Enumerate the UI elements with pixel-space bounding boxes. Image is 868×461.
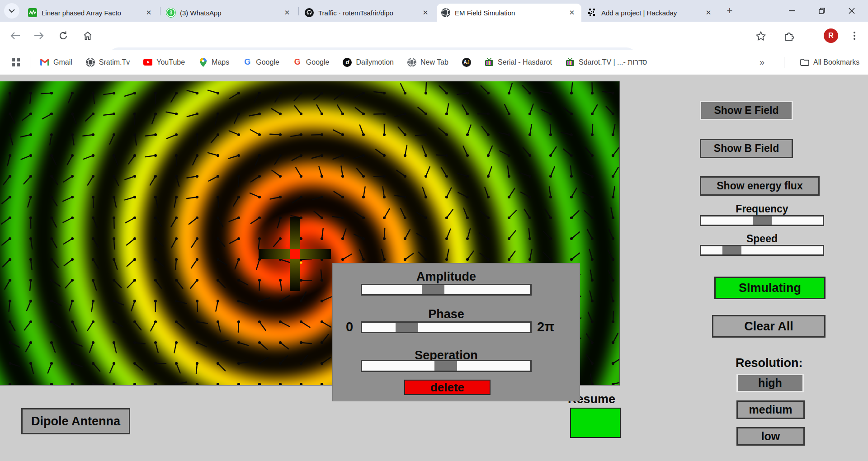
amplitude-label: Amplitude bbox=[361, 270, 532, 284]
globe-icon bbox=[407, 58, 416, 67]
resolution-low-button[interactable]: low bbox=[736, 427, 805, 446]
phase-min-label: 0 bbox=[342, 320, 357, 334]
amplitude-slider-thumb[interactable] bbox=[422, 285, 444, 294]
speed-label: Speed bbox=[700, 233, 824, 245]
bookmark-google-1[interactable]: G Google bbox=[239, 56, 283, 69]
frequency-slider-thumb[interactable] bbox=[753, 216, 772, 225]
bookmark-label: Google bbox=[306, 58, 330, 66]
window-minimize-button[interactable] bbox=[779, 0, 805, 22]
globe-favicon-icon bbox=[441, 8, 450, 17]
toolbar-divider bbox=[804, 30, 804, 41]
show-energy-flux-button[interactable]: Show energy flux bbox=[700, 176, 820, 196]
dipole-antenna-button[interactable]: Dipole Antenna bbox=[21, 408, 130, 434]
github-favicon-icon bbox=[305, 8, 314, 17]
button-label: high bbox=[758, 376, 782, 390]
tab-title: Traffic · rotemTsafrir/dipo bbox=[318, 9, 417, 17]
tab-em-field-simulation-active[interactable]: EM Field Simulation ✕ bbox=[437, 4, 581, 22]
separation-slider-thumb[interactable] bbox=[434, 361, 457, 371]
phase-max-label: 2π bbox=[537, 320, 564, 334]
extensions-icon[interactable] bbox=[779, 26, 799, 46]
maps-pin-icon bbox=[198, 58, 208, 67]
tab-search-button[interactable] bbox=[4, 3, 19, 19]
back-button[interactable] bbox=[5, 26, 25, 46]
tv-icon bbox=[566, 58, 575, 67]
phase-slider[interactable] bbox=[361, 321, 532, 333]
avatar[interactable]: R bbox=[824, 28, 838, 43]
button-label: SImulating bbox=[739, 281, 801, 295]
overflow-chevrons: » bbox=[760, 57, 764, 67]
phase-label: Phase bbox=[361, 307, 532, 321]
phase-slider-thumb[interactable] bbox=[396, 323, 418, 332]
antenna-settings-panel: Amplitude Phase 0 2π Seperation delete bbox=[332, 263, 580, 401]
google-g-icon: G bbox=[243, 58, 252, 67]
tab-close-icon[interactable]: ✕ bbox=[703, 8, 713, 18]
resolution-label: Resolution: bbox=[736, 356, 817, 370]
frequency-label: Frequency bbox=[700, 203, 824, 215]
whatsapp-favicon-icon: 3 bbox=[166, 8, 175, 17]
bookmark-sdarot-tv[interactable]: Sdarot.TV | ...- סדרות bbox=[562, 56, 651, 69]
window-restore-button[interactable] bbox=[809, 0, 835, 22]
folder-icon bbox=[800, 58, 809, 67]
button-label: low bbox=[761, 430, 780, 443]
show-b-field-button[interactable]: Show B Field bbox=[700, 139, 793, 158]
bookmark-maps[interactable]: Maps bbox=[195, 56, 233, 69]
bookmark-youtube[interactable]: YouTube bbox=[140, 56, 189, 69]
profile-button[interactable]: R bbox=[821, 26, 841, 46]
tab-github-traffic[interactable]: Traffic · rotemTsafrir/dipo ✕ bbox=[300, 4, 435, 22]
button-label: Show energy flux bbox=[717, 180, 802, 192]
bookmark-label: Google bbox=[256, 58, 279, 66]
button-label: Dipole Antenna bbox=[31, 414, 120, 428]
all-bookmarks-button[interactable]: All Bookmarks bbox=[797, 56, 863, 69]
bookmark-star-button[interactable] bbox=[751, 26, 771, 46]
bookmark-label: Maps bbox=[212, 58, 229, 66]
clear-all-button[interactable]: Clear All bbox=[712, 315, 826, 338]
bookmark-label: Dailymotion bbox=[356, 58, 394, 66]
tab-linear-phased-array[interactable]: Linear phased Array Facto ✕ bbox=[24, 4, 158, 22]
delete-antenna-button[interactable]: delete bbox=[404, 380, 491, 395]
tab-hackaday[interactable]: Add a project | Hackaday ✕ bbox=[583, 4, 718, 22]
new-tab-button[interactable]: + bbox=[723, 5, 736, 17]
tab-title: (3) WhatsApp bbox=[180, 9, 278, 17]
button-label: Clear All bbox=[744, 320, 793, 334]
bookmark-gmail[interactable]: Gmail bbox=[37, 56, 76, 69]
button-label: medium bbox=[749, 403, 793, 416]
bookmark-serial-hasdarot[interactable]: Serial - Hasdarot bbox=[481, 56, 556, 69]
bookmark-google-2[interactable]: G Google bbox=[289, 56, 333, 69]
bookmark-dailymotion[interactable]: d Dailymotion bbox=[339, 56, 397, 69]
simulating-button[interactable]: SImulating bbox=[714, 277, 826, 299]
tab-close-icon[interactable]: ✕ bbox=[567, 8, 577, 18]
aj-icon: AJ bbox=[462, 58, 471, 67]
button-label: Show B Field bbox=[714, 142, 779, 155]
show-e-field-button[interactable]: Show E Field bbox=[700, 101, 793, 120]
frequency-slider[interactable] bbox=[700, 215, 824, 226]
bookmark-new-tab[interactable]: New Tab bbox=[404, 56, 452, 69]
forward-button[interactable] bbox=[29, 26, 49, 46]
resolution-medium-button[interactable]: medium bbox=[736, 400, 805, 419]
menu-button[interactable] bbox=[844, 26, 864, 46]
apps-grid-icon[interactable] bbox=[8, 56, 24, 68]
speed-slider-thumb[interactable] bbox=[722, 246, 741, 254]
bookmarks-overflow-button[interactable]: » bbox=[756, 55, 768, 69]
reload-button[interactable] bbox=[53, 26, 73, 46]
speed-slider[interactable] bbox=[700, 245, 824, 256]
tab-whatsapp[interactable]: 3 (3) WhatsApp ✕ bbox=[162, 4, 297, 22]
resume-button[interactable] bbox=[570, 408, 621, 438]
bookmarks-divider bbox=[784, 57, 784, 68]
tab-close-icon[interactable]: ✕ bbox=[282, 8, 292, 18]
tab-separator bbox=[160, 7, 160, 15]
separation-slider[interactable] bbox=[361, 360, 532, 372]
bookmark-sratim[interactable]: Sratim.Tv bbox=[82, 56, 133, 69]
amplitude-slider[interactable] bbox=[361, 284, 532, 296]
bookmark-label: New Tab bbox=[420, 58, 448, 66]
resolution-high-button[interactable]: high bbox=[736, 374, 804, 392]
home-button[interactable] bbox=[78, 26, 98, 46]
simulation-page: Show E Field Show B Field Show energy fl… bbox=[0, 75, 868, 461]
bookmarks-divider bbox=[30, 57, 30, 68]
bookmarks-bar: Gmail Sratim.Tv YouTube Maps G Google G … bbox=[0, 50, 868, 75]
browser-toolbar: https://www.antennasim.com R bbox=[0, 22, 868, 50]
window-close-button[interactable] bbox=[839, 0, 865, 22]
tab-close-icon[interactable]: ✕ bbox=[144, 8, 154, 18]
tab-close-icon[interactable]: ✕ bbox=[420, 8, 430, 18]
tab-strip: Linear phased Array Facto ✕ 3 (3) WhatsA… bbox=[0, 0, 868, 22]
bookmark-aj[interactable]: AJ bbox=[458, 56, 475, 69]
